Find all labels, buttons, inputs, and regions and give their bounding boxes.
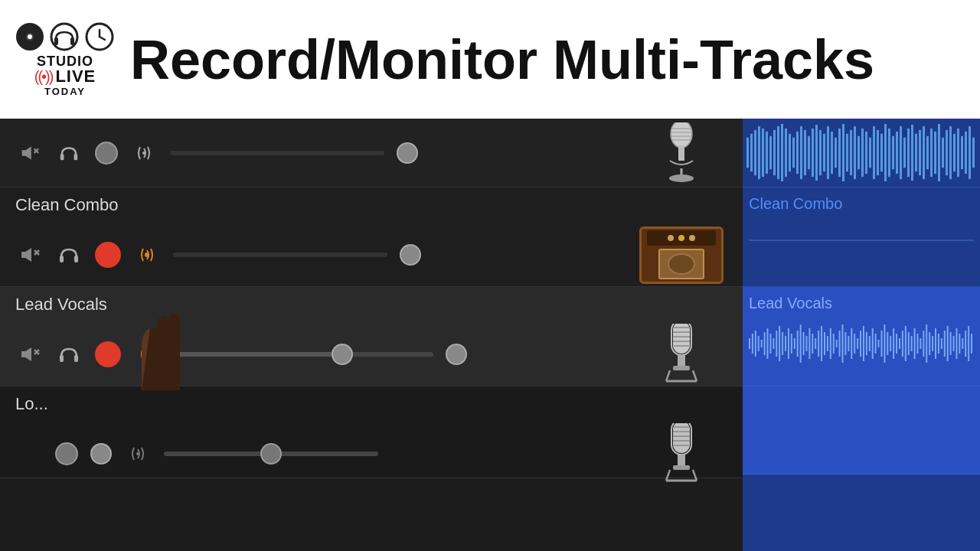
monitor-button[interactable]: [124, 440, 152, 468]
track-name: Lead Vocals: [15, 295, 107, 315]
svg-rect-155: [872, 328, 874, 359]
svg-rect-95: [907, 129, 910, 177]
svg-rect-179: [944, 331, 946, 357]
svg-rect-40: [673, 366, 690, 370]
svg-point-11: [142, 152, 145, 155]
mute-button[interactable]: [15, 241, 43, 269]
headphone-button[interactable]: [55, 341, 83, 368]
pan-knob[interactable]: [400, 244, 421, 266]
svg-rect-72: [819, 130, 822, 175]
svg-rect-119: [764, 332, 766, 355]
volume-slider[interactable]: [173, 251, 387, 259]
svg-rect-73: [823, 134, 825, 171]
headphone-button[interactable]: [55, 139, 83, 167]
svg-rect-125: [782, 332, 783, 355]
svg-marker-20: [21, 248, 31, 262]
svg-rect-134: [808, 328, 810, 359]
table-row: [0, 119, 743, 187]
monitor-button[interactable]: [130, 139, 158, 167]
svg-point-15: [669, 174, 694, 182]
svg-rect-76: [835, 138, 837, 168]
svg-rect-114: [749, 338, 750, 349]
svg-rect-2: [70, 37, 74, 45]
logo-icons: [16, 22, 114, 51]
svg-rect-151: [860, 331, 861, 357]
mute-button[interactable]: [15, 139, 43, 167]
volume-slider[interactable]: [170, 149, 384, 157]
svg-rect-104: [942, 138, 944, 168]
svg-rect-55: [754, 130, 756, 175]
svg-rect-132: [803, 332, 805, 355]
svg-rect-130: [797, 331, 799, 357]
instrument-image: [635, 423, 727, 484]
svg-rect-107: [953, 134, 956, 171]
track-name: Clean Combo: [15, 195, 119, 215]
svg-rect-91: [892, 136, 894, 169]
waveform-display: [749, 217, 974, 263]
svg-rect-110: [965, 132, 967, 174]
svg-rect-53: [746, 138, 749, 168]
svg-rect-79: [846, 134, 848, 171]
svg-rect-147: [848, 336, 849, 351]
pan-knob[interactable]: [446, 344, 467, 365]
svg-rect-124: [779, 326, 780, 361]
waveform-label: Clean Combo: [749, 195, 974, 213]
svg-rect-60: [773, 130, 776, 175]
record-button[interactable]: [95, 242, 121, 268]
svg-rect-169: [914, 328, 916, 359]
svg-rect-133: [805, 336, 807, 351]
svg-rect-175: [932, 336, 933, 351]
svg-rect-66: [796, 132, 799, 174]
volume-slider[interactable]: [173, 343, 433, 366]
svg-rect-144: [839, 331, 841, 357]
logo: STUDIO ((•)) LIVE TODAY: [15, 22, 115, 97]
monitor-button[interactable]: [133, 241, 161, 269]
svg-rect-67: [800, 126, 802, 179]
waveform-track: Lead Vocals: [743, 287, 980, 386]
svg-point-25: [145, 253, 149, 257]
header: STUDIO ((•)) LIVE TODAY Record/Monitor M…: [0, 0, 980, 119]
waveform-display: [749, 317, 974, 370]
pan-knob[interactable]: [397, 142, 418, 164]
svg-rect-170: [917, 334, 919, 354]
headphone-logo-icon: [50, 22, 79, 51]
mute-button[interactable]: [15, 341, 43, 368]
svg-rect-74: [827, 126, 829, 179]
svg-rect-81: [854, 126, 856, 179]
svg-rect-139: [824, 332, 825, 355]
svg-rect-164: [899, 338, 900, 349]
svg-rect-173: [926, 324, 927, 363]
tracks-panel: Clean Combo: [0, 119, 743, 551]
svg-rect-184: [959, 334, 960, 354]
svg-rect-135: [812, 334, 813, 354]
svg-rect-97: [915, 134, 917, 171]
waveform-canvas: [749, 217, 974, 279]
waveform-display: [746, 122, 976, 183]
svg-rect-165: [902, 331, 903, 357]
svg-rect-154: [869, 336, 871, 351]
pan-knob[interactable]: [90, 443, 112, 465]
svg-rect-188: [971, 334, 972, 354]
svg-rect-162: [893, 328, 894, 359]
record-button[interactable]: [95, 142, 118, 165]
record-button[interactable]: [55, 442, 78, 465]
svg-rect-157: [878, 340, 880, 347]
waveform-track: Clean Combo: [743, 187, 980, 287]
svg-rect-127: [788, 328, 789, 359]
svg-rect-58: [766, 132, 768, 174]
page-title: Record/Monitor Multi-Tracks: [130, 32, 874, 87]
headphone-button[interactable]: [55, 241, 83, 269]
svg-rect-115: [752, 334, 753, 354]
table-row: Lead Vocals: [0, 287, 743, 386]
svg-rect-116: [755, 331, 756, 357]
svg-rect-166: [905, 326, 906, 361]
radio-waves-icon: ((•)): [34, 68, 53, 86]
volume-slider[interactable]: [164, 442, 378, 465]
svg-rect-63: [785, 129, 787, 177]
svg-rect-23: [60, 256, 64, 262]
svg-rect-71: [815, 125, 818, 181]
svg-rect-13: [678, 145, 684, 161]
svg-rect-59: [769, 136, 772, 169]
svg-rect-50: [678, 455, 685, 467]
svg-rect-177: [938, 334, 939, 354]
